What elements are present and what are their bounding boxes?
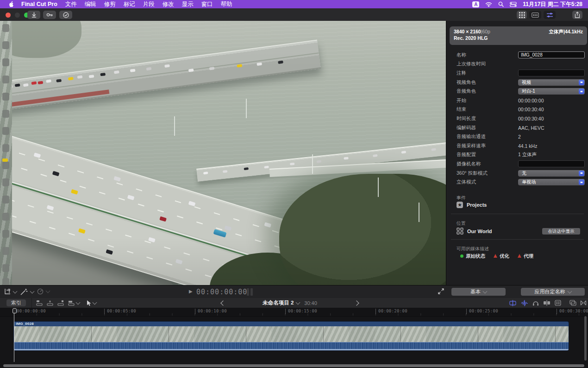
multicam-angles-button[interactable] (555, 300, 561, 306)
apple-icon (8, 1, 14, 7)
menu-item-modify[interactable]: 修改 (163, 0, 174, 8)
video-role-dropdown[interactable]: 视频 (518, 79, 585, 86)
menu-item-window[interactable]: 窗口 (201, 0, 213, 8)
timeline-options-button[interactable] (580, 300, 587, 306)
close-window-button[interactable] (6, 13, 11, 18)
menu-clock[interactable]: 11月17日 周二 下午5:28 (523, 0, 582, 8)
search-icon[interactable] (498, 1, 504, 7)
timeline-clip[interactable]: IMG_0028 (14, 322, 569, 350)
metadata-view-dropdown[interactable]: 基本 (451, 288, 506, 296)
apple-menu[interactable] (8, 1, 14, 7)
reveal-in-finder-button[interactable]: 在访达中显示 (542, 228, 580, 235)
expand-icon (438, 288, 444, 294)
enhancements-button[interactable] (20, 288, 34, 295)
overwrite-edit-button[interactable] (68, 300, 80, 306)
download-arrow-icon (31, 12, 37, 18)
snapping-toggle[interactable] (543, 300, 550, 306)
video-preview[interactable] (12, 21, 446, 285)
chevron-down-icon (567, 289, 572, 293)
timeline-area[interactable]: 00:00:00:00 00:00:05:00 00:00:10:00 00:0… (0, 308, 588, 368)
playhead[interactable] (12, 308, 16, 362)
field-row-video-role: 视频角色 视频 (446, 78, 586, 87)
overwrite-edit-icon (68, 300, 75, 306)
lamp-post (246, 99, 247, 118)
fullscreen-button[interactable] (438, 288, 444, 294)
retime-gauge-icon (37, 288, 44, 295)
browser-toggle-button[interactable] (517, 11, 527, 19)
menu-item-help[interactable]: 帮助 (221, 0, 232, 8)
input-source-badge[interactable]: A (472, 1, 479, 7)
crop-tools-button[interactable] (4, 288, 17, 295)
menu-item-edit[interactable]: 编辑 (85, 0, 96, 8)
field-label: 时间长度 (457, 115, 518, 122)
audio-skimming-toggle[interactable] (521, 300, 528, 306)
horizontal-scrollbar[interactable] (3, 364, 584, 367)
append-edit-icon (57, 300, 64, 306)
audio-meter-right[interactable] (250, 288, 253, 296)
solo-toggle[interactable] (532, 300, 539, 306)
timeline-toolbar: 索引 未命名项目 2 30:40 (0, 298, 588, 308)
project-name-dropdown[interactable]: 未命名项目 2 (263, 299, 294, 306)
app-menu-title[interactable]: Final Cut Pro (21, 1, 57, 7)
import-media-button[interactable] (27, 11, 40, 19)
pointer-arrow-icon (86, 300, 91, 306)
menu-item-clip[interactable]: 片段 (143, 0, 155, 8)
chevron-down-icon (483, 289, 488, 293)
dropdown-chevron-icon (579, 89, 584, 94)
background-tasks-button[interactable] (59, 11, 72, 19)
event-row[interactable]: ★ Projects (457, 202, 487, 208)
project-title-group[interactable]: 未命名项目 2 30:40 (263, 299, 317, 306)
event-section-title: 事件 (457, 195, 466, 201)
audio-meter-left[interactable] (247, 288, 249, 296)
share-button[interactable] (572, 11, 582, 19)
notes-input[interactable] (518, 70, 585, 76)
previous-project-button[interactable] (220, 300, 225, 305)
play-button[interactable]: ▶ (189, 289, 193, 294)
name-input[interactable]: IMG_0028 (518, 51, 585, 58)
transform-crop-icon (4, 288, 11, 295)
timeline-toggle-button[interactable] (529, 11, 541, 19)
media-item-label: 优化 (500, 253, 509, 259)
menu-item-view[interactable]: 显示 (182, 0, 194, 8)
chevron-down-icon (296, 300, 300, 305)
skimming-toggle[interactable] (509, 300, 516, 306)
vertical-scrollbar[interactable] (584, 316, 587, 361)
field-value: 00:00:30:40 (518, 107, 544, 112)
projection-mode-dropdown[interactable]: 无 (518, 170, 585, 177)
wifi-icon[interactable] (485, 2, 492, 7)
inspector-toggle-button[interactable] (544, 11, 556, 19)
angles-grid-icon (555, 300, 561, 306)
camera-name-input[interactable] (518, 160, 585, 167)
timeline-ruler[interactable]: 00:00:00:00 00:00:05:00 00:00:10:00 00:0… (0, 308, 588, 317)
clip-format-summary[interactable]: 3840 × 2160|60p 立体声|44.1kHz Rec. 2020 HL… (450, 26, 587, 45)
chevron-down-icon (30, 289, 35, 293)
next-project-button[interactable] (354, 300, 359, 305)
lamp-post (174, 116, 175, 136)
field-row-audio-role: 音频角色 对白-1 (446, 87, 586, 96)
append-edit-button[interactable] (57, 300, 64, 306)
keywords-button[interactable] (43, 11, 56, 19)
minimize-window-button[interactable] (15, 13, 20, 18)
menu-item-trim[interactable]: 修剪 (104, 0, 116, 8)
control-center-icon[interactable] (510, 2, 517, 7)
field-row-name: 名称 IMG_0028 (446, 51, 586, 60)
tools-pointer-button[interactable] (86, 300, 96, 306)
connect-edit-button[interactable] (36, 300, 43, 306)
field-label: 注释 (457, 70, 518, 76)
window-toolbar (0, 8, 588, 21)
ruler-tick (285, 309, 286, 314)
field-label: 上次修改时间 (457, 61, 518, 67)
location-row[interactable]: Our World (457, 228, 492, 235)
audio-role-dropdown[interactable]: 对白-1 (518, 88, 585, 95)
retime-button[interactable] (37, 288, 50, 295)
metadata-view-label: 基本 (470, 288, 481, 295)
menu-item-mark[interactable]: 标记 (124, 0, 135, 8)
browser-filmstrip[interactable] (0, 21, 13, 285)
insert-edit-button[interactable] (47, 300, 53, 306)
apply-custom-name-dropdown[interactable]: 应用自定名称 (521, 288, 585, 296)
index-button[interactable]: 索引 (6, 299, 26, 306)
stereo-mode-dropdown[interactable]: 单视场 (518, 179, 585, 185)
clip-appearance-button[interactable] (569, 300, 576, 306)
section-divider (451, 214, 584, 214)
menu-item-file[interactable]: 文件 (65, 0, 77, 8)
